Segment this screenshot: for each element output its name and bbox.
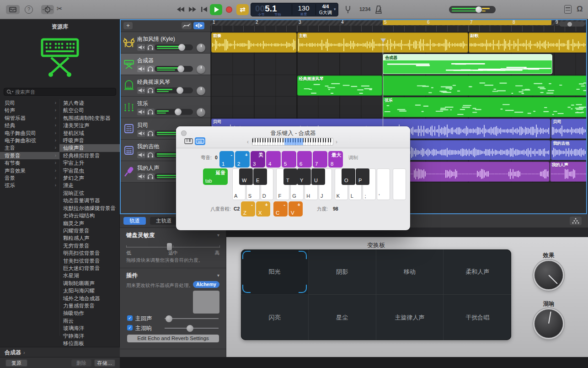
search-input[interactable] bbox=[15, 88, 113, 95]
echo-slider-knob[interactable] bbox=[166, 315, 172, 322]
solo-button[interactable] bbox=[146, 87, 155, 94]
transform-pad-cell[interactable]: 主旋律人声 bbox=[376, 295, 444, 340]
bend-mod-key[interactable]: 5 bbox=[282, 151, 296, 168]
track-volume-slider[interactable] bbox=[155, 66, 193, 72]
library-category-item[interactable]: 主音› bbox=[0, 144, 59, 152]
track-header-organ[interactable]: 经典摇滚风琴 bbox=[120, 75, 210, 97]
lcd-display[interactable]: 005.1 小节 节拍 130 速度 4/4 G大调 ▾ bbox=[251, 3, 338, 16]
solo-button[interactable] bbox=[146, 108, 155, 115]
mute-button[interactable] bbox=[137, 108, 145, 115]
library-sound-item[interactable]: 域外之地合成器 bbox=[59, 295, 120, 302]
bend-mod-key[interactable]: 7 bbox=[313, 151, 327, 168]
horizontal-zoom-slider[interactable] bbox=[559, 22, 585, 27]
musical-typing-window[interactable]: 音乐键入 - 合成器 ‹ › 弯音: 0 -1+2关34567最大8 调制 延音… bbox=[176, 126, 410, 230]
library-sound-item[interactable]: 第八奇迹 bbox=[59, 99, 120, 107]
black-key[interactable]: T bbox=[283, 168, 297, 185]
track-name[interactable]: 我的吉他 bbox=[137, 143, 159, 151]
tab-track[interactable]: 轨道 bbox=[123, 217, 146, 225]
white-key[interactable] bbox=[393, 168, 406, 200]
black-key[interactable]: O bbox=[342, 168, 355, 185]
timeline-ruler[interactable]: 1 2 3 4 5 6 7 8 9 bbox=[210, 19, 587, 32]
delete-button[interactable]: 删除 bbox=[71, 359, 91, 367]
region-organ[interactable] bbox=[383, 76, 587, 96]
white-key[interactable]: ' bbox=[377, 168, 390, 200]
region-synth-selected[interactable]: 合成器 bbox=[383, 54, 552, 74]
mute-button[interactable] bbox=[137, 173, 145, 180]
track-name[interactable]: 南加风情 (Kyle) bbox=[137, 35, 175, 43]
transform-pad-cell[interactable]: 干扰合唱 bbox=[444, 295, 511, 340]
octave-velocity-key[interactable]: -C bbox=[273, 201, 288, 216]
library-sound-item[interactable]: 抽吸动作 bbox=[59, 309, 120, 317]
patch-breadcrumb[interactable]: 合成器› bbox=[0, 347, 120, 357]
region-drums[interactable]: 前奏 bbox=[211, 32, 297, 53]
library-sound-item[interactable]: 凄美哭泣声 bbox=[59, 122, 120, 129]
effect-knob[interactable] bbox=[535, 261, 563, 289]
library-sound-item[interactable]: 史诗云端结构 bbox=[59, 212, 120, 219]
library-category-item[interactable]: 电子舞曲贝司› bbox=[0, 130, 59, 137]
reverb-slider-knob[interactable] bbox=[187, 325, 193, 332]
library-sound-item[interactable]: 呼吸声音 bbox=[59, 137, 120, 144]
transform-pad-cell[interactable]: 柔和人声 bbox=[444, 249, 511, 295]
track-name[interactable]: 贝司 bbox=[137, 121, 148, 129]
track-name[interactable]: 我的人声 bbox=[137, 164, 159, 172]
library-sound-item[interactable]: 宇宙昆虫 bbox=[59, 167, 120, 174]
pan-knob[interactable] bbox=[197, 43, 205, 52]
library-category-item[interactable]: 弦乐› bbox=[0, 182, 59, 189]
library-category-item[interactable]: 背景音› bbox=[0, 152, 59, 159]
reverb-checkbox[interactable]: ✓ bbox=[127, 325, 133, 330]
library-sound-item[interactable]: 混响正弦 bbox=[59, 189, 120, 197]
forward-button[interactable] bbox=[188, 6, 197, 12]
library-sound-item[interactable]: 明亮扫弦背景音 bbox=[59, 249, 120, 257]
library-sound-item[interactable]: 梦幻之声 bbox=[59, 174, 120, 182]
pan-knob[interactable] bbox=[197, 108, 205, 117]
lcd-key[interactable]: G大调 bbox=[316, 10, 335, 16]
lcd-time-signature[interactable]: 4/4 bbox=[316, 4, 335, 9]
smart-controls-pad-button[interactable] bbox=[570, 216, 582, 225]
window-titlebar[interactable]: 音乐键入 - 合成器 ‹ › bbox=[176, 126, 410, 148]
track-header-drums[interactable]: 南加风情 (Kyle) bbox=[120, 32, 210, 54]
library-sound-item[interactable]: 力量感背景音 bbox=[59, 302, 120, 309]
plugin-alchemy-button[interactable]: Alchemy bbox=[193, 281, 219, 288]
sustain-key[interactable]: 延音 tab bbox=[203, 168, 228, 185]
library-sound-item[interactable]: 无穷背景音 bbox=[59, 242, 120, 249]
edit-echo-reverb-button[interactable]: Edit Echo and Reverb Settings bbox=[127, 335, 219, 342]
chevron-collapse-icon[interactable]: ▾ bbox=[217, 233, 219, 238]
region-bass[interactable]: 贝司 bbox=[551, 119, 587, 139]
plugin-slot[interactable] bbox=[193, 291, 219, 314]
chevron-down-icon[interactable]: ▾ bbox=[334, 7, 336, 11]
go-to-beginning-button[interactable] bbox=[201, 6, 207, 12]
solo-button[interactable] bbox=[146, 65, 155, 72]
rewind-button[interactable] bbox=[176, 6, 185, 12]
track-name[interactable]: 合成器 bbox=[137, 57, 154, 65]
library-sound-item[interactable]: 玻璃海洋 bbox=[59, 325, 120, 332]
library-sound-item[interactable]: 巨大迷幻背景音 bbox=[59, 265, 120, 272]
library-sound-item[interactable]: 氛围感调制轮变形器 bbox=[59, 114, 120, 122]
library-category-item[interactable]: 音景› bbox=[0, 174, 59, 182]
notepad-icon[interactable] bbox=[564, 5, 572, 14]
solo-button[interactable] bbox=[146, 173, 155, 180]
bend-mod-key[interactable]: 关3 bbox=[251, 151, 265, 168]
count-in-button[interactable]: 1234 bbox=[359, 6, 370, 12]
library-sound-item[interactable]: 宇宙上升 bbox=[59, 159, 120, 167]
library-category-item[interactable]: 铃声› bbox=[0, 107, 59, 114]
library-sound-item[interactable]: 水星湖 bbox=[59, 272, 120, 279]
play-button[interactable] bbox=[210, 4, 222, 15]
black-key[interactable]: W bbox=[239, 168, 253, 185]
mute-button[interactable] bbox=[137, 65, 145, 72]
transform-pad-cell[interactable]: 星尘 bbox=[309, 295, 376, 340]
track-header-strings[interactable]: 弦乐 bbox=[120, 97, 210, 118]
track-name[interactable]: 弦乐 bbox=[137, 100, 148, 108]
library-sound-item[interactable]: 经典模拟背景音 bbox=[59, 152, 120, 159]
library-category-item[interactable]: 贝司› bbox=[0, 99, 59, 107]
region-drums[interactable]: 副歌 bbox=[469, 32, 588, 53]
black-key[interactable]: Y bbox=[297, 168, 311, 185]
mute-button[interactable] bbox=[137, 44, 145, 51]
lcd-tempo[interactable]: 130 bbox=[293, 4, 315, 12]
library-sound-item[interactable]: 雨云 bbox=[59, 317, 120, 325]
library-sound-item[interactable]: 甘美扫弦背景音 bbox=[59, 257, 120, 265]
track-name[interactable]: 经典摇滚风琴 bbox=[137, 78, 170, 86]
track-volume-slider[interactable] bbox=[155, 44, 193, 50]
octave-velocity-key[interactable]: +X bbox=[256, 201, 270, 216]
piano-view-button[interactable] bbox=[183, 137, 194, 145]
library-category-item[interactable]: 经典› bbox=[0, 122, 59, 129]
